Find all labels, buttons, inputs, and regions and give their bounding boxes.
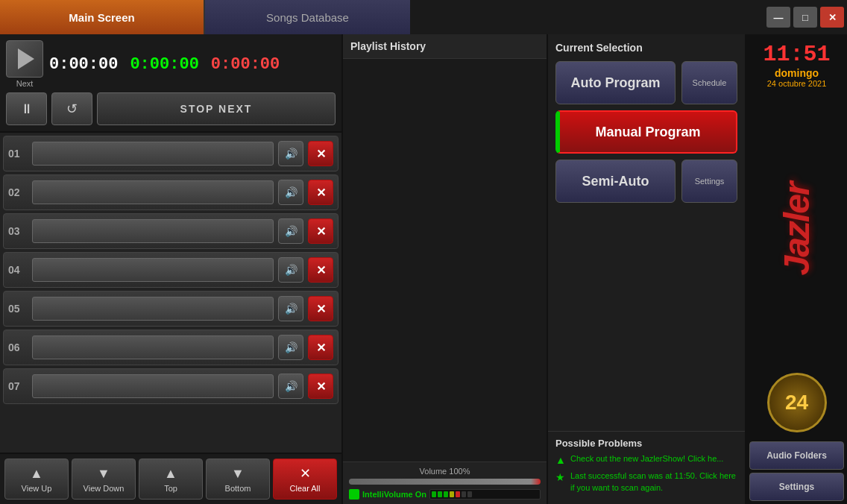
- top-label: Top: [164, 484, 177, 493]
- delete-button[interactable]: ✕: [308, 180, 333, 205]
- volume-label: Volume 100%: [349, 467, 541, 476]
- close-button[interactable]: ✕: [820, 7, 844, 28]
- volume-slider[interactable]: [349, 479, 541, 485]
- row-number: 02: [8, 186, 28, 198]
- play-icon: [18, 48, 34, 69]
- volume-button[interactable]: 🔊: [278, 141, 303, 166]
- audio-folders-label: Audio Folders: [766, 450, 827, 461]
- meter-bar: [444, 491, 448, 497]
- volume-button[interactable]: 🔊: [278, 296, 303, 321]
- intellivolume-meter: [429, 489, 541, 500]
- player-controls: ⏸ ↺ STOP NEXT: [6, 92, 336, 125]
- minimize-button[interactable]: —: [766, 7, 790, 28]
- selection-buttons: Auto Program Schedule Manual Program Sem…: [555, 61, 737, 203]
- tab-songs-label: Songs Database: [266, 11, 349, 24]
- volume-button[interactable]: 🔊: [278, 180, 303, 205]
- track-bar: [32, 258, 274, 282]
- problems-title: Possible Problems: [555, 438, 737, 449]
- time-green: 0:00:00: [130, 55, 198, 74]
- delete-button[interactable]: ✕: [308, 374, 333, 399]
- clock-area: 11:51 domingo 24 octubre 2021: [746, 34, 847, 91]
- table-row: 03 🔊 ✕: [3, 213, 339, 249]
- settings-label: Settings: [695, 177, 725, 186]
- track-bar: [32, 180, 274, 204]
- volume-area: Volume 100% IntelliVolume On: [343, 462, 547, 504]
- window-controls: — □ ✕: [766, 0, 847, 34]
- bottom-arrow-icon: ▼: [231, 466, 245, 482]
- manual-program-button[interactable]: Manual Program: [555, 110, 737, 154]
- pause-button[interactable]: ⏸: [6, 92, 47, 125]
- view-up-label: View Up: [22, 484, 52, 493]
- auto-program-label: Auto Program: [570, 75, 660, 91]
- bottom-controls: ▲ View Up ▼ View Down ▲ Top ▼ Bottom ✕ C…: [0, 453, 341, 504]
- clock-date: 24 octubre 2021: [752, 79, 841, 88]
- top-button[interactable]: ▲ Top: [139, 459, 203, 500]
- clock-day: domingo: [752, 67, 841, 79]
- bottom-label: Bottom: [225, 484, 251, 493]
- row-number: 04: [8, 264, 28, 276]
- clear-all-label: Clear All: [290, 484, 321, 493]
- manual-program-row: Manual Program: [555, 110, 737, 154]
- time-displays: 0:00:00 0:00:00 0:00:00: [49, 55, 336, 74]
- bottom-button[interactable]: ▼ Bottom: [206, 459, 270, 500]
- tab-main-screen[interactable]: Main Screen: [0, 0, 205, 34]
- row-number: 03: [8, 225, 28, 237]
- problem-item[interactable]: ▲ Check out the new JazlerShow! Click he…: [555, 453, 737, 466]
- play-button[interactable]: [6, 40, 43, 78]
- delete-button[interactable]: ✕: [308, 218, 333, 244]
- top-bar: Main Screen Songs Database — □ ✕: [0, 0, 847, 34]
- delete-button[interactable]: ✕: [308, 141, 333, 166]
- track-bar: [32, 297, 274, 321]
- meter-bar: [432, 491, 436, 497]
- semi-auto-button[interactable]: Semi-Auto: [555, 160, 676, 203]
- star-icon: ★: [555, 471, 566, 483]
- jazler-text: Jazler: [776, 183, 817, 275]
- semi-auto-row: Semi-Auto Settings: [555, 160, 737, 203]
- clock-time: 11:51: [752, 42, 841, 67]
- meter-bar: [438, 491, 442, 497]
- maximize-button[interactable]: □: [793, 7, 817, 28]
- clear-all-button[interactable]: ✕ Clear All: [273, 459, 337, 500]
- volume-button[interactable]: 🔊: [278, 335, 303, 360]
- view-up-button[interactable]: ▲ View Up: [4, 459, 69, 500]
- far-right-buttons: Audio Folders Settings: [746, 438, 847, 504]
- schedule-button[interactable]: Schedule: [681, 61, 737, 104]
- schedule-label: Schedule: [693, 78, 727, 87]
- tab-songs-database[interactable]: Songs Database: [205, 0, 410, 34]
- delete-button[interactable]: ✕: [308, 335, 333, 360]
- next-label: Next: [16, 79, 34, 88]
- view-down-button[interactable]: ▼ View Down: [72, 459, 136, 500]
- version-number: 24: [785, 391, 808, 415]
- version-badge: 24: [767, 373, 827, 432]
- replay-button[interactable]: ↺: [51, 92, 92, 125]
- semi-auto-label: Semi-Auto: [582, 174, 649, 189]
- time-red: 0:00:00: [211, 55, 280, 74]
- delete-button[interactable]: ✕: [308, 257, 333, 283]
- auto-program-row: Auto Program Schedule: [555, 61, 737, 104]
- auto-program-button[interactable]: Auto Program: [555, 61, 676, 104]
- volume-button[interactable]: 🔊: [278, 374, 303, 399]
- problems-section: Possible Problems ▲ Check out the new Ja…: [548, 431, 745, 504]
- up-arrow-icon: ▲: [30, 466, 43, 482]
- settings-button[interactable]: Settings: [681, 160, 737, 203]
- selection-area: Current Selection Auto Program Schedule …: [548, 34, 745, 431]
- row-number: 05: [8, 303, 28, 315]
- meter-bar: [462, 491, 466, 497]
- row-number: 06: [8, 341, 28, 353]
- problem-item[interactable]: ★ Last successful scan was at 11:50. Cli…: [555, 470, 737, 494]
- stop-next-button[interactable]: STOP NEXT: [97, 92, 336, 125]
- problem-text: Check out the new JazlerShow! Click he..…: [570, 453, 723, 464]
- clear-icon: ✕: [300, 465, 311, 482]
- meter-bar: [450, 491, 454, 497]
- middle-panel: Playlist History Volume 100% IntelliVolu…: [343, 34, 548, 504]
- delete-button[interactable]: ✕: [308, 296, 333, 321]
- track-bar: [32, 336, 274, 359]
- volume-button[interactable]: 🔊: [278, 257, 303, 283]
- table-row: 06 🔊 ✕: [3, 330, 339, 365]
- volume-button[interactable]: 🔊: [278, 218, 303, 244]
- time-elapsed: 0:00:00: [49, 55, 118, 74]
- audio-folders-button[interactable]: Audio Folders: [749, 441, 844, 470]
- settings-button[interactable]: Settings: [749, 473, 844, 501]
- intellivolume-label: IntelliVolume On: [362, 490, 426, 499]
- right-panel: Current Selection Auto Program Schedule …: [548, 34, 746, 504]
